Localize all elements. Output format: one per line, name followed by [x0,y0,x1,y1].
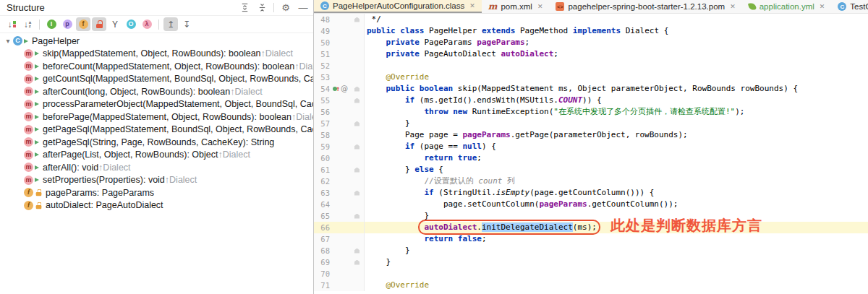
tree-expand-arrow-icon[interactable]: ▾ [3,37,13,45]
code-text[interactable]: public boolean skip(MappedStatement ms, … [365,83,868,95]
expand-all-icon[interactable] [239,2,250,14]
structure-item[interactable]: mskip(MappedStatement, Object, RowBounds… [0,48,313,61]
hide-panel-icon[interactable]: — [297,2,309,14]
code-text[interactable]: autoDialect.initDelegateDialect(ms);此处是判… [365,222,868,233]
autoscroll-to-source-icon[interactable]: ↥ [163,17,178,31]
code-line[interactable]: 57 } [314,118,868,129]
fold-marker-icon[interactable] [354,87,359,92]
structure-item[interactable]: mgetPageSql(String, Page, RowBounds, Cac… [0,136,313,149]
override-gutter-icons[interactable]: ↑@ [333,83,348,95]
close-icon[interactable]: ✕ [820,3,825,10]
structure-item[interactable]: fautoDialect: PageAutoDialect [0,199,313,212]
structure-item[interactable]: msetProperties(Properties): void ↑Dialec… [0,174,313,187]
code-line[interactable]: 53 @Override [314,72,868,83]
code-text[interactable]: private PageParams pageParams; [365,37,868,48]
fold-marker-icon[interactable] [354,248,359,254]
editor-tab[interactable]: <>pagehelper-spring-boot-starter-1.2.13.… [549,0,741,13]
fold-marker-icon[interactable] [354,191,359,196]
editor-tab[interactable]: CTestController.ja [831,0,868,13]
structure-item[interactable]: mafterPage(List, Object, RowBounds): Obj… [0,149,313,162]
code-text[interactable]: page.setCountColumn(pageParams.getCountC… [365,199,868,210]
code-text[interactable]: return true; [365,152,868,164]
code-line[interactable]: 52 [314,60,868,72]
gutter: 70 [314,268,365,280]
autoscroll-from-source-icon[interactable]: ↧ [179,17,194,31]
editor-tab[interactable]: application.yml✕ [742,0,832,13]
code-text[interactable]: return false; [365,233,868,245]
code-text[interactable]: if (StringUtil.isEmpty(page.getCountColu… [365,187,868,199]
fold-marker-icon[interactable] [354,214,359,219]
code-line[interactable]: 63 if (StringUtil.isEmpty(page.getCountC… [314,187,868,199]
code-line[interactable]: 62 //设置默认的 count 列 [314,176,868,187]
fold-marker-icon[interactable] [354,260,359,265]
code-editor[interactable]: 48 */49public class PageHelper extends P… [314,14,868,294]
show-anonymous-classes-icon[interactable]: Y [108,17,122,31]
code-text[interactable]: //设置默认的 count 列 [365,176,868,187]
code-line[interactable]: 71 @Override [314,280,868,291]
fold-marker-icon[interactable] [354,17,359,22]
code-line[interactable]: 68 } [314,245,868,256]
editor-tab[interactable]: CPageHelperAutoConfiguration.class✕ [314,0,482,13]
code-line[interactable]: 54↑@ public boolean skip(MappedStatement… [314,83,868,95]
code-line[interactable]: 49public class PageHelper extends PageMe… [314,25,868,37]
structure-item[interactable]: mafterCount(long, Object, RowBounds): bo… [0,85,313,98]
sort-by-visibility-icon[interactable]: ↓ [4,17,19,31]
editor-tab[interactable]: mpom.xml✕ [482,0,550,13]
fold-marker-icon[interactable] [354,98,359,103]
code-line[interactable]: 51 private PageAutoDialect autoDialect; [314,48,868,60]
code-line[interactable]: 66 autoDialect.initDelegateDialect(ms);此… [314,222,868,233]
code-text[interactable]: if (page == null) { [365,141,868,152]
gear-icon[interactable]: ⚙ [280,2,292,14]
show-lambdas-icon[interactable]: λ [140,17,154,31]
code-text[interactable] [365,268,868,280]
structure-root-item[interactable]: ▾CPageHelper [0,35,313,48]
code-line[interactable]: 48 */ [314,14,868,25]
code-line[interactable]: 56 throw new RuntimeException("在系统中发现了多个… [314,106,868,118]
code-line[interactable]: 60 return true; [314,152,868,164]
structure-item[interactable]: mprocessParameterObject(MappedStatement,… [0,98,313,111]
code-line[interactable]: 59 if (page == null) { [314,141,868,152]
code-text[interactable]: } [365,118,868,129]
code-line[interactable]: 64 page.setCountColumn(pageParams.getCou… [314,199,868,210]
code-text[interactable]: private PageAutoDialect autoDialect; [365,48,868,60]
show-o-members-icon[interactable]: O [124,17,138,31]
fold-marker-icon[interactable] [354,121,359,126]
code-line[interactable]: 58 Page page = pageParams.getPage(parame… [314,129,868,141]
sort-alphabetically-icon[interactable]: ↓az [20,17,35,31]
structure-item[interactable]: mbeforePage(MappedStatement, Object, Row… [0,111,313,124]
fold-marker-icon[interactable] [354,168,359,173]
line-number: 50 [320,37,330,48]
code-text[interactable]: } else { [365,164,868,176]
code-line[interactable]: 65 } [314,210,868,222]
code-text[interactable]: public class PageHelper extends PageMeth… [365,25,868,37]
fold-marker-icon[interactable] [354,144,359,150]
code-text[interactable]: @Override [365,280,868,291]
code-text[interactable]: } [365,256,868,268]
show-fields-icon[interactable]: f [76,17,90,31]
close-icon[interactable]: ✕ [469,2,475,9]
code-text[interactable]: @Override [365,72,868,83]
close-icon[interactable]: ✕ [730,3,736,10]
code-line[interactable]: 61 } else { [314,164,868,176]
code-text[interactable] [365,60,868,72]
structure-item[interactable]: mafterAll(): void ↑Dialect [0,161,313,174]
code-line[interactable]: 70 [314,268,868,280]
code-text[interactable]: Page page = pageParams.getPage(parameter… [365,129,868,141]
show-properties-icon[interactable]: p [60,17,75,31]
code-text[interactable]: if (ms.getId().endsWith(MSUtils.COUNT)) … [365,95,868,106]
show-non-public-icon[interactable] [92,17,106,31]
collapse-all-icon[interactable] [256,2,268,14]
show-inherited-icon[interactable]: I [44,17,59,31]
structure-item[interactable]: mbeforeCount(MappedStatement, Object, Ro… [0,60,313,73]
code-line[interactable]: 55 if (ms.getId().endsWith(MSUtils.COUNT… [314,95,868,106]
code-line[interactable]: 69 } [314,256,868,268]
code-line[interactable]: 50 private PageParams pageParams; [314,37,868,48]
code-text[interactable]: throw new RuntimeException("在系统中发现了多个分页插… [365,106,868,118]
code-text[interactable]: */ [365,14,868,25]
code-line[interactable]: 67 return false; [314,233,868,245]
structure-item[interactable]: fpageParams: PageParams [0,186,313,199]
code-text[interactable]: } [365,245,868,256]
structure-item[interactable]: mgetPageSql(MappedStatement, BoundSql, O… [0,124,313,137]
close-icon[interactable]: ✕ [537,3,543,10]
structure-item[interactable]: mgetCountSql(MappedStatement, BoundSql, … [0,73,313,86]
